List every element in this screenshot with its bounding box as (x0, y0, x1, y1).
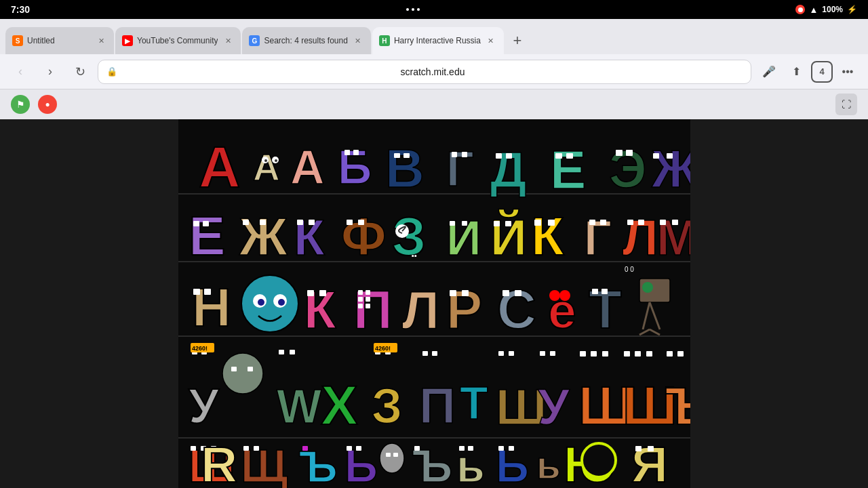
svg-rect-61 (638, 220, 644, 225)
svg-rect-41 (309, 220, 315, 225)
svg-text:К: К (304, 280, 336, 340)
fullscreen-button[interactable]: ⛶ (835, 94, 857, 115)
tab-youtube[interactable]: ▶ YouTube's Community ✕ (115, 27, 241, 54)
tab-close-harry[interactable]: ✕ (485, 35, 497, 47)
stage-canvas[interactable]: А А А Б В Г Д (178, 119, 690, 488)
status-dot-3 (417, 8, 420, 11)
svg-text:К: К (294, 209, 325, 266)
svg-rect-80 (366, 297, 370, 302)
svg-point-91 (549, 290, 560, 301)
svg-text:У: У (189, 379, 220, 433)
new-tab-button[interactable]: + (505, 28, 530, 53)
svg-rect-95 (601, 289, 608, 294)
svg-rect-112 (290, 350, 295, 354)
svg-rect-38 (260, 220, 266, 225)
svg-rect-156 (414, 446, 420, 451)
svg-rect-60 (627, 220, 633, 225)
svg-text:Е: Е (189, 205, 226, 266)
svg-rect-169 (648, 446, 654, 451)
svg-rect-63 (660, 220, 666, 225)
svg-text:М: М (656, 209, 690, 266)
svg-rect-88 (502, 290, 509, 296)
svg-text:▪▪: ▪▪ (412, 251, 417, 260)
svg-text:Й: Й (490, 209, 527, 266)
back-button[interactable]: ‹ (8, 60, 33, 84)
red-stop-button[interactable]: ● (38, 95, 57, 114)
svg-text:И: И (446, 211, 481, 265)
status-time: 7:30 (11, 4, 30, 15)
svg-rect-124 (498, 351, 504, 356)
svg-rect-35 (203, 221, 209, 226)
svg-text:0   0: 0 0 (625, 266, 634, 273)
svg-rect-139 (677, 351, 684, 357)
svg-text:Г: Г (446, 142, 474, 196)
svg-rect-37 (243, 220, 249, 225)
forward-button[interactable]: › (38, 60, 62, 84)
svg-rect-49 (462, 221, 467, 226)
tab-harry[interactable]: H Harry Interactive Russia ✕ (372, 27, 504, 54)
svg-rect-94 (592, 289, 598, 294)
svg-text:Д: Д (490, 141, 526, 198)
svg-rect-31 (653, 153, 659, 159)
green-flag-button[interactable]: ⚑ (11, 95, 30, 114)
svg-rect-154 (393, 453, 398, 457)
scratch-toolbar: ⚑ ● ⛶ (0, 89, 868, 119)
svg-text:Р: Р (446, 279, 482, 340)
microphone-button[interactable]: 🎤 (757, 60, 781, 84)
svg-rect-159 (468, 446, 473, 451)
svg-rect-89 (515, 290, 521, 296)
main-content: А А А Б В Г Д (0, 119, 868, 488)
svg-rect-162 (509, 446, 514, 451)
tab-counter[interactable]: 4 (811, 61, 833, 83)
svg-text:Э: Э (609, 139, 647, 199)
svg-rect-145 (243, 446, 249, 451)
tab-search[interactable]: G Search: 4 results found ✕ (242, 27, 370, 54)
status-bar: 7:30 ▲ 100% ⚡ (0, 0, 868, 19)
time-display: 7:30 (11, 4, 30, 15)
svg-rect-40 (297, 220, 303, 225)
svg-rect-48 (450, 221, 455, 226)
reload-button[interactable]: ↻ (68, 60, 92, 84)
svg-text:X: X (321, 374, 358, 436)
url-display: scratch.mit.edu (123, 66, 743, 77)
svg-point-10 (275, 159, 277, 162)
svg-rect-168 (635, 446, 642, 451)
svg-point-165 (582, 443, 616, 477)
svg-rect-127 (540, 351, 545, 356)
svg-text:Л: Л (402, 280, 439, 340)
tab-untitled[interactable]: S Untitled ✕ (5, 27, 114, 54)
tab-favicon-google: G (249, 35, 260, 46)
svg-rect-148 (302, 446, 308, 451)
svg-text:4260!: 4260! (375, 345, 391, 352)
svg-rect-136 (646, 351, 652, 357)
svg-rect-25 (555, 153, 562, 159)
svg-text:Т: Т (589, 279, 622, 340)
svg-rect-22 (496, 153, 502, 159)
svg-rect-58 (600, 220, 606, 225)
svg-rect-32 (667, 153, 673, 159)
svg-text:С: С (497, 279, 536, 340)
share-button[interactable]: ⬆ (784, 60, 808, 84)
battery-percent: 100% (822, 5, 843, 14)
svg-rect-161 (498, 446, 504, 451)
tab-close-untitled[interactable]: ✕ (95, 35, 107, 47)
svg-rect-74 (307, 290, 314, 296)
svg-rect-14 (353, 150, 359, 155)
svg-text:Н: Н (192, 277, 231, 338)
svg-rect-16 (394, 153, 400, 158)
svg-rect-67 (204, 289, 211, 295)
svg-rect-19 (452, 152, 457, 157)
charging-icon: ⚡ (847, 5, 857, 14)
svg-rect-17 (403, 153, 410, 158)
svg-rect-86 (462, 290, 469, 296)
tab-close-youtube[interactable]: ✕ (222, 35, 234, 47)
svg-text:К: К (531, 206, 564, 266)
more-options-button[interactable]: ••• (835, 60, 860, 84)
scratch-stage: А А А Б В Г Д (0, 119, 868, 488)
svg-text:З: З (372, 379, 402, 433)
svg-rect-125 (509, 351, 514, 356)
tab-close-search[interactable]: ✕ (352, 35, 364, 47)
nav-actions: 🎤 ⬆ 4 ••• (757, 60, 860, 84)
address-bar[interactable]: 🔒 scratch.mit.edu (98, 60, 751, 84)
svg-rect-150 (347, 446, 352, 451)
